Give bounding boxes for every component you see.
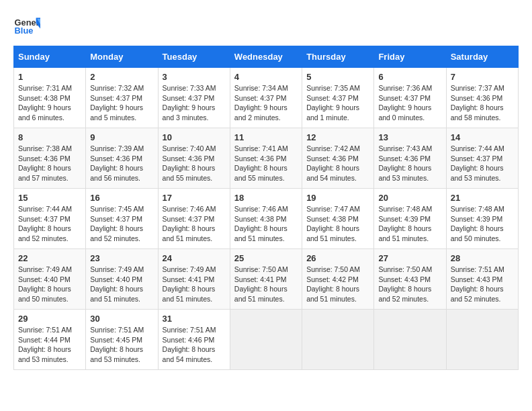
day-info: Sunrise: 7:31 AM Sunset: 4:38 PM Dayligh… [18,83,81,123]
calendar-cell: 22 Sunrise: 7:49 AM Sunset: 4:40 PM Dayl… [14,249,86,310]
day-number: 25 [234,253,298,263]
day-info: Sunrise: 7:47 AM Sunset: 4:38 PM Dayligh… [306,204,369,244]
calendar-cell: 30 Sunrise: 7:51 AM Sunset: 4:45 PM Dayl… [86,310,158,370]
calendar-cell: 5 Sunrise: 7:35 AM Sunset: 4:37 PM Dayli… [302,68,374,128]
calendar-table: SundayMondayTuesdayWednesdayThursdayFrid… [13,46,519,370]
day-number: 24 [163,253,226,263]
day-info: Sunrise: 7:44 AM Sunset: 4:37 PM Dayligh… [451,144,514,183]
day-number: 9 [90,132,153,142]
calendar-cell: 28 Sunrise: 7:51 AM Sunset: 4:43 PM Dayl… [446,249,518,310]
calendar-cell: 9 Sunrise: 7:39 AM Sunset: 4:36 PM Dayli… [86,128,158,189]
calendar-cell: 18 Sunrise: 7:46 AM Sunset: 4:38 PM Dayl… [230,189,302,249]
day-info: Sunrise: 7:46 AM Sunset: 4:38 PM Dayligh… [234,204,298,244]
calendar-cell: 14 Sunrise: 7:44 AM Sunset: 4:37 PM Dayl… [446,128,518,189]
calendar-cell: 17 Sunrise: 7:46 AM Sunset: 4:37 PM Dayl… [158,189,230,249]
day-info: Sunrise: 7:50 AM Sunset: 4:41 PM Dayligh… [234,265,298,304]
calendar-cell [446,310,518,370]
day-number: 10 [163,132,226,142]
svg-text:Blue: Blue [15,26,34,36]
day-number: 31 [163,314,226,324]
day-number: 16 [90,193,153,203]
day-number: 2 [90,72,153,82]
calendar-cell: 1 Sunrise: 7:31 AM Sunset: 4:38 PM Dayli… [14,68,86,128]
calendar-row-1: 8 Sunrise: 7:38 AM Sunset: 4:36 PM Dayli… [14,128,519,189]
day-info: Sunrise: 7:48 AM Sunset: 4:39 PM Dayligh… [451,204,514,244]
day-info: Sunrise: 7:32 AM Sunset: 4:37 PM Dayligh… [90,83,153,123]
day-number: 26 [306,253,369,263]
header-thursday: Thursday [302,46,374,68]
day-number: 8 [18,132,81,142]
day-info: Sunrise: 7:37 AM Sunset: 4:36 PM Dayligh… [451,83,514,123]
calendar-cell: 20 Sunrise: 7:48 AM Sunset: 4:39 PM Dayl… [374,189,446,249]
day-info: Sunrise: 7:44 AM Sunset: 4:37 PM Dayligh… [18,204,81,244]
calendar-row-2: 15 Sunrise: 7:44 AM Sunset: 4:37 PM Dayl… [14,189,519,249]
day-number: 18 [234,193,298,203]
day-number: 22 [18,253,81,263]
day-info: Sunrise: 7:49 AM Sunset: 4:40 PM Dayligh… [18,265,81,304]
calendar-row-0: 1 Sunrise: 7:31 AM Sunset: 4:38 PM Dayli… [14,68,519,128]
day-number: 17 [163,193,226,203]
day-number: 6 [378,72,441,82]
calendar-cell: 16 Sunrise: 7:45 AM Sunset: 4:37 PM Dayl… [86,189,158,249]
day-info: Sunrise: 7:51 AM Sunset: 4:45 PM Dayligh… [90,325,153,365]
day-number: 14 [451,132,514,142]
calendar-cell [230,310,302,370]
calendar-cell: 27 Sunrise: 7:50 AM Sunset: 4:43 PM Dayl… [374,249,446,310]
day-info: Sunrise: 7:46 AM Sunset: 4:37 PM Dayligh… [163,204,226,244]
day-info: Sunrise: 7:48 AM Sunset: 4:39 PM Dayligh… [378,204,441,244]
header-wednesday: Wednesday [230,46,302,68]
day-info: Sunrise: 7:49 AM Sunset: 4:40 PM Dayligh… [90,265,153,304]
day-number: 12 [306,132,369,142]
day-number: 11 [234,132,298,142]
day-info: Sunrise: 7:39 AM Sunset: 4:36 PM Dayligh… [90,144,153,183]
calendar-cell: 8 Sunrise: 7:38 AM Sunset: 4:36 PM Dayli… [14,128,86,189]
day-info: Sunrise: 7:35 AM Sunset: 4:37 PM Dayligh… [306,83,369,123]
header-friday: Friday [374,46,446,68]
header-saturday: Saturday [446,46,518,68]
day-info: Sunrise: 7:45 AM Sunset: 4:37 PM Dayligh… [90,204,153,244]
day-info: Sunrise: 7:38 AM Sunset: 4:36 PM Dayligh… [18,144,81,183]
day-number: 4 [234,72,298,82]
calendar-cell: 3 Sunrise: 7:33 AM Sunset: 4:37 PM Dayli… [158,68,230,128]
day-info: Sunrise: 7:51 AM Sunset: 4:44 PM Dayligh… [18,325,81,365]
calendar-cell: 12 Sunrise: 7:42 AM Sunset: 4:36 PM Dayl… [302,128,374,189]
calendar-cell [302,310,374,370]
day-number: 30 [90,314,153,324]
header-monday: Monday [86,46,158,68]
calendar-header: SundayMondayTuesdayWednesdayThursdayFrid… [14,46,519,68]
day-number: 5 [306,72,369,82]
calendar-cell: 6 Sunrise: 7:36 AM Sunset: 4:37 PM Dayli… [374,68,446,128]
day-info: Sunrise: 7:51 AM Sunset: 4:43 PM Dayligh… [451,265,514,304]
logo-icon: General Blue [13,13,40,40]
calendar-cell [374,310,446,370]
day-info: Sunrise: 7:41 AM Sunset: 4:36 PM Dayligh… [234,144,298,183]
calendar-row-4: 29 Sunrise: 7:51 AM Sunset: 4:44 PM Dayl… [14,310,519,370]
calendar-cell: 4 Sunrise: 7:34 AM Sunset: 4:37 PM Dayli… [230,68,302,128]
day-info: Sunrise: 7:51 AM Sunset: 4:46 PM Dayligh… [163,325,226,365]
logo: General Blue [13,13,40,40]
day-number: 19 [306,193,369,203]
day-info: Sunrise: 7:42 AM Sunset: 4:36 PM Dayligh… [306,144,369,183]
calendar-cell: 19 Sunrise: 7:47 AM Sunset: 4:38 PM Dayl… [302,189,374,249]
day-info: Sunrise: 7:50 AM Sunset: 4:42 PM Dayligh… [306,265,369,304]
day-info: Sunrise: 7:43 AM Sunset: 4:36 PM Dayligh… [378,144,441,183]
calendar-body: 1 Sunrise: 7:31 AM Sunset: 4:38 PM Dayli… [14,68,519,370]
calendar-cell: 11 Sunrise: 7:41 AM Sunset: 4:36 PM Dayl… [230,128,302,189]
calendar-cell: 7 Sunrise: 7:37 AM Sunset: 4:36 PM Dayli… [446,68,518,128]
day-info: Sunrise: 7:33 AM Sunset: 4:37 PM Dayligh… [163,83,226,123]
header-sunday: Sunday [14,46,86,68]
day-number: 28 [451,253,514,263]
day-number: 23 [90,253,153,263]
day-number: 7 [451,72,514,82]
calendar-cell: 15 Sunrise: 7:44 AM Sunset: 4:37 PM Dayl… [14,189,86,249]
day-number: 29 [18,314,81,324]
calendar-cell: 26 Sunrise: 7:50 AM Sunset: 4:42 PM Dayl… [302,249,374,310]
calendar-cell: 25 Sunrise: 7:50 AM Sunset: 4:41 PM Dayl… [230,249,302,310]
day-number: 15 [18,193,81,203]
calendar-cell: 24 Sunrise: 7:49 AM Sunset: 4:41 PM Dayl… [158,249,230,310]
day-info: Sunrise: 7:34 AM Sunset: 4:37 PM Dayligh… [234,83,298,123]
calendar-cell: 2 Sunrise: 7:32 AM Sunset: 4:37 PM Dayli… [86,68,158,128]
header-tuesday: Tuesday [158,46,230,68]
calendar-cell: 13 Sunrise: 7:43 AM Sunset: 4:36 PM Dayl… [374,128,446,189]
calendar-cell: 31 Sunrise: 7:51 AM Sunset: 4:46 PM Dayl… [158,310,230,370]
